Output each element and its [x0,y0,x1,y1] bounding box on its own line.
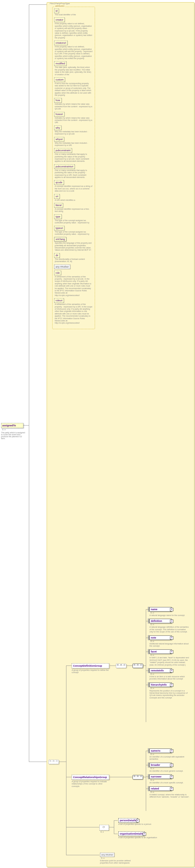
attribute-item: whyuriWhy the metadata has been included… [54,137,93,147]
connector [114,834,118,834]
sequence-connector [116,663,126,668]
attribute-name: typeuri [54,226,65,230]
attribute-desc: The type of the concept assigned as cont… [54,231,93,236]
element-name: organisationDetails+ [118,832,145,836]
group-desc: A group of properties required to define… [72,669,109,674]
connector [146,788,149,789]
connector [146,652,149,652]
element-name: narrower+ [150,774,172,779]
attribute-name: id [54,9,59,13]
connector [146,765,149,765]
element-card: 0..∞ [151,612,193,614]
element-name: broader+ [150,763,172,767]
attribute-item: literalA concept identifier expressed as… [54,203,93,213]
attribute-item: any ##other [54,265,93,269]
attribute-item: roleuriA refinement of the semantics of … [54,298,93,324]
attribute-name: qcode [54,180,64,185]
attribute-desc: If the property value is not defined, sp… [54,23,93,39]
element-card: 0..∞ [151,687,193,689]
attribute-item: qcodeA concept identifier expressed as a… [54,180,93,192]
connector [59,762,66,762]
root-element-card: 0..∞ [2,429,23,431]
element-name: definition+ [150,619,172,623]
element-card: 0..∞ [151,654,193,656]
attribute-desc: The local identifier of the [54,13,93,16]
element-card: 0..∞ [151,779,193,781]
attribute-desc: A refinement of the semantics of the pro… [54,276,93,297]
child-element: remoteInfo+0..∞A link to an item or a we… [150,668,193,680]
attribute-name: pubconstrainturi [54,164,75,169]
root-element-name: assignedTo [1,423,23,428]
diagram-canvas: assignedTo 0..∞ The party which is assig… [0,0,195,868]
expand-icon[interactable]: + [143,832,146,836]
expand-icon[interactable]: + [170,749,173,753]
element-card: 0..∞ [151,623,193,625]
attribute-item: pubconstrainturiOne or many constraints … [54,164,93,179]
element-desc: A natural language definition of the sem… [150,626,190,633]
connector [126,665,132,666]
attribute-name: howuri [54,112,65,116]
attribute-desc: The type of the concept assigned as cont… [54,219,93,224]
person-details: personDetails+ A set of properties speci… [118,818,161,826]
attribute-name: how [54,98,62,102]
attribute-desc: A concept identifier expressed as a stri… [54,185,93,192]
attribute-item: modifiedThe date (and, optionally, the t… [54,61,93,76]
connector [29,425,29,762]
attribute-desc: Specifies the language of this property … [54,242,93,251]
root-element-desc: The party which is assigned to cover the… [1,432,26,439]
element-desc: An identifier of a concept with equivale… [150,756,190,761]
expand-icon[interactable]: + [170,764,173,767]
attribute-item: xml:langSpecifies the language of this p… [54,237,93,251]
attribute-item: creatorIf the property value is not defi… [54,18,93,39]
attribute-item: customIf set to true the corresponding p… [54,78,93,96]
attribute-item: whyWhy the metadata has been included - … [54,126,93,135]
choice-connector [100,825,109,830]
group-name: ConceptRelationshipsGroup [72,775,109,780]
element-name: personDetails+ [118,818,138,823]
attribute-item: idThe local identifier of the [54,9,93,16]
expand-icon[interactable]: + [170,775,173,779]
attribute-name: why [54,126,62,130]
expand-icon[interactable]: + [170,608,173,611]
group-concept-relationships: ConceptRelationshipsGroup A group of pro… [72,775,109,787]
any-other-label: any ##other [54,265,70,269]
group-concept-definition: ConceptDefinitionGroup A group of proper… [72,663,109,674]
connector [29,4,29,425]
expand-icon[interactable]: + [170,787,173,790]
element-desc: A set of properties specific to an organ… [118,837,161,839]
sequence-connector [132,775,143,779]
connector [146,609,149,610]
expand-icon[interactable]: + [170,650,173,654]
attribute-item: typeuriThe type of the concept assigned … [54,226,93,236]
element-desc: Represents the position of a concept in … [150,690,190,699]
element-desc: Additional natural language information … [150,643,190,647]
attribute-desc: The date (and, optionally, the time) whe… [54,66,93,76]
element-card: 0..∞ [151,791,193,793]
expand-icon[interactable]: + [170,669,173,673]
child-element: note+0..∞Additional natural language inf… [150,636,193,647]
any-other: any ##other 0..∞ Extension point for pro… [100,853,136,864]
any-other-label: any ##other [100,853,114,857]
expand-icon[interactable]: + [170,636,173,640]
connector [110,777,132,777]
attribute-name: custom [54,78,65,82]
expand-icon[interactable]: + [170,620,173,623]
attribute-desc: If set to true the corresponding propert… [54,83,93,96]
attribute-name: modified [54,61,66,66]
attribute-name: type [54,214,62,219]
attribute-name: xml:lang [54,237,66,242]
attribute-name: pubconstraint [54,148,72,153]
attribute-name: creatoruri [54,41,68,45]
expand-icon[interactable]: + [170,683,173,687]
connector [146,671,149,671]
attribute-desc: Indicates by which means the value was e… [54,117,93,124]
attribute-item: howuriIndicates by which means the value… [54,112,93,124]
attribute-name: creator [54,18,65,22]
attribute-item: uriA URI which identifies a [54,194,93,202]
attribute-desc: A concept identifier expressed as a free… [54,208,93,213]
expand-icon[interactable]: + [136,819,140,822]
connector [66,777,72,777]
sequence-connector [48,760,59,764]
sequence-connector [132,663,143,668]
connector [146,751,146,811]
